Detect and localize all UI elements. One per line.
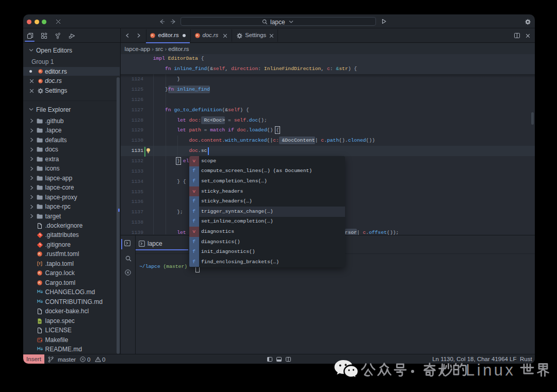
svg-text:Linux: Linux bbox=[466, 361, 516, 379]
